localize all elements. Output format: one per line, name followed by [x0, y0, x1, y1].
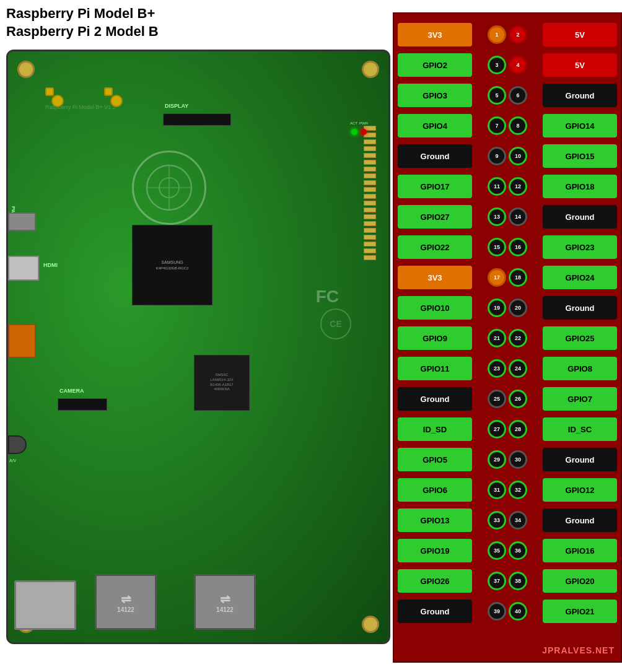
gpio-row-8: GPIO22 15 16 GPIO23: [394, 232, 621, 262]
hdmi-connector: HDMI: [8, 256, 39, 281]
pin-39: 39: [488, 602, 506, 621]
pin-27: 27: [488, 420, 506, 439]
pin-9: 9: [488, 147, 506, 165]
pin-30: 30: [509, 450, 527, 469]
gpio-row-18: GPIO19 35 36 GPIO16: [394, 536, 621, 565]
pin-label-left-7: GPIO27: [398, 205, 472, 229]
pin-12: 12: [509, 177, 527, 196]
pin-label-right-7: Ground: [543, 205, 617, 229]
pin-22: 22: [509, 329, 527, 347]
pin-label-right-15: Ground: [543, 448, 617, 471]
pin-6: 6: [509, 86, 527, 105]
pins-center-13: 25 26: [472, 390, 543, 408]
pin-28: 28: [509, 420, 527, 439]
board-image: DISPLAY CAMERA SAMSUNG K4P4G32EB-RGC2 SM…: [6, 50, 390, 644]
pin-label-left-5: Ground: [398, 144, 472, 168]
pin-label-left-3: GPIO3: [398, 84, 472, 107]
pin-17: 17: [488, 268, 506, 287]
gpio-row-20: Ground 39 40 GPIO21: [394, 596, 621, 626]
pins-center-1: 1 2: [472, 25, 543, 44]
pin-label-left-6: GPIO17: [398, 175, 472, 198]
pin-label-right-3: Ground: [543, 84, 617, 107]
pin-label-right-14: ID_SC: [543, 417, 617, 441]
gpio-panel: 3V3 1 2 5V GPIO2 3 4 5V GPIO3 5 6 Ground…: [393, 12, 622, 663]
pin-label-left-18: GPIO19: [398, 539, 472, 562]
gpio-row-2: GPIO2 3 4 5V: [394, 50, 621, 80]
gpio-row-17: GPIO13 33 34 Ground: [394, 505, 621, 535]
camera-connector: CAMERA: [58, 398, 107, 411]
pin-label-left-10: GPIO10: [398, 296, 472, 320]
pins-center-7: 13 14: [472, 207, 543, 226]
hdmi-label: HDMI: [43, 262, 58, 268]
pin-label-right-13: GPIO7: [543, 387, 617, 411]
gpio-row-16: GPIO6 31 32 GPIO12: [394, 475, 621, 505]
pin-13: 13: [488, 207, 506, 226]
pin-38: 38: [509, 572, 527, 590]
pin-3: 3: [488, 56, 506, 74]
pins-center-4: 7 8: [472, 116, 543, 135]
rpi-logo: [132, 151, 206, 225]
pin-label-right-11: GPIO25: [543, 326, 617, 350]
capacitor-2: [110, 95, 123, 107]
pin-14: 14: [509, 207, 527, 226]
watermark: JPRALVES.NET: [542, 645, 615, 655]
main-chip: SAMSUNG K4P4G32EB-RGC2: [132, 225, 212, 305]
pin-label-left-1: 3V3: [398, 23, 472, 46]
pin-19: 19: [488, 299, 506, 317]
pin-label-right-12: GPIO8: [543, 357, 617, 380]
pin-2: 2: [509, 25, 527, 44]
ethernet-port: [14, 580, 76, 630]
gpio-row-11: GPIO9 21 22 GPIO25: [394, 323, 621, 353]
pin-29: 29: [488, 450, 506, 469]
pin-21: 21: [488, 329, 506, 347]
gpio-row-10: GPIO10 19 20 Ground: [394, 293, 621, 323]
pin-label-left-20: Ground: [398, 600, 472, 623]
pin-label-left-2: GPIO2: [398, 53, 472, 77]
pin-25: 25: [488, 390, 506, 408]
pin-label-left-11: GPIO9: [398, 326, 472, 350]
gpio-row-13: Ground 25 26 GPIO7: [394, 384, 621, 414]
pin-label-right-16: GPIO12: [543, 478, 617, 502]
pins-center-8: 15 16: [472, 238, 543, 256]
usb-port-2: ⇌ 14122: [194, 574, 256, 630]
pwr-led: [361, 129, 367, 135]
fc-mark: FC: [316, 287, 339, 307]
pin-7: 7: [488, 116, 506, 135]
pin-36: 36: [509, 541, 527, 560]
pin-34: 34: [509, 511, 527, 530]
pin-label-right-1: 5V: [543, 23, 617, 46]
pin-label-left-15: GPIO5: [398, 448, 472, 471]
pins-center-5: 9 10: [472, 147, 543, 165]
pin-label-left-13: Ground: [398, 387, 472, 411]
component-1: [45, 87, 54, 96]
pin-label-left-14: ID_SD: [398, 417, 472, 441]
ce-mark: CE: [320, 308, 351, 339]
gpio-row-3: GPIO3 5 6 Ground: [394, 81, 621, 110]
act-label: ACT: [350, 121, 357, 125]
pin-8: 8: [509, 116, 527, 135]
orange-connector: [8, 324, 36, 358]
usb-ports-container: ⇌ 14122 ⇌ 14122: [95, 574, 256, 630]
pin-label-right-5: GPIO15: [543, 144, 617, 168]
pin-label-left-16: GPIO6: [398, 478, 472, 502]
mount-hole-br: [362, 616, 379, 633]
gpio-rows: 3V3 1 2 5V GPIO2 3 4 5V GPIO3 5 6 Ground…: [394, 20, 621, 627]
pins-center-18: 35 36: [472, 541, 543, 560]
pin-1: 1: [488, 25, 506, 44]
pin-5: 5: [488, 86, 506, 105]
pins-center-19: 37 38: [472, 572, 543, 590]
pin-label-right-8: GPIO23: [543, 235, 617, 259]
pin-23: 23: [488, 359, 506, 378]
pins-center-6: 11 12: [472, 177, 543, 196]
pin-4: 4: [509, 56, 527, 74]
power-connector: [8, 212, 36, 231]
pins-center-9: 17 18: [472, 268, 543, 287]
pins-center-14: 27 28: [472, 420, 543, 439]
pin-40: 40: [509, 602, 527, 621]
pin-label-right-18: GPIO16: [543, 539, 617, 562]
mount-hole-tl: [17, 61, 35, 78]
pin-37: 37: [488, 572, 506, 590]
gpio-row-7: GPIO27 13 14 Ground: [394, 202, 621, 232]
gpio-row-14: ID_SD 27 28 ID_SC: [394, 414, 621, 444]
pwr-label: PWR: [359, 121, 368, 125]
